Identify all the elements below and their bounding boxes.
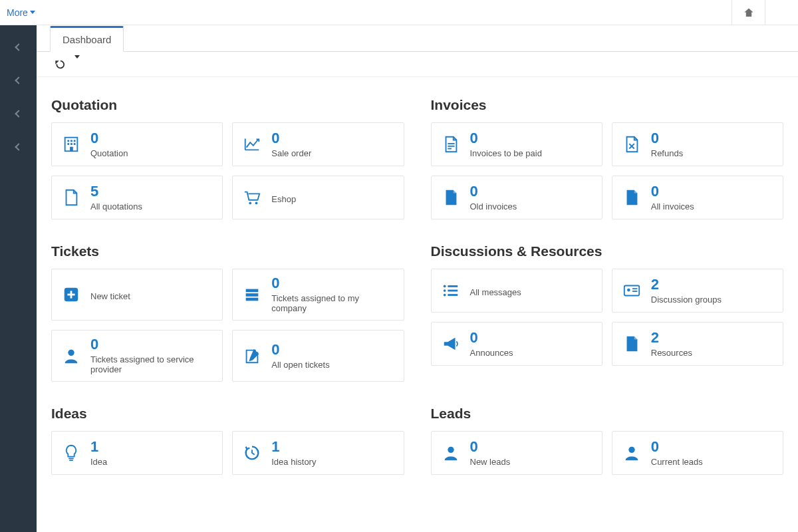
card-body: 0Invoices to be paid	[470, 131, 542, 158]
user-icon	[441, 443, 461, 463]
card-label: Tickets assigned to my company	[271, 293, 394, 313]
card-body: 2Discussion groups	[651, 277, 722, 305]
card-body: 0Old invoices	[470, 184, 517, 211]
dashboard: Quotation0Quotation0Sale order5All quota…	[37, 77, 798, 505]
undo-button[interactable]	[53, 59, 65, 70]
card-body: 1Idea history	[271, 440, 316, 467]
sidebar-item-2[interactable]	[0, 70, 37, 90]
plus-icon	[61, 285, 81, 305]
building-icon	[61, 134, 81, 154]
section-invoices: Invoices0Invoices to be paid0Refunds0Old…	[431, 90, 784, 237]
card-tickets-assigned-to-my-company[interactable]: 0Tickets assigned to my company	[232, 269, 404, 321]
card-current-leads[interactable]: 0Current leads	[612, 431, 783, 475]
cards-grid: New ticket0Tickets assigned to my compan…	[51, 269, 404, 382]
chevron-left-icon	[15, 110, 22, 117]
card-value: 0	[651, 440, 703, 454]
card-all-messages[interactable]: All messages	[431, 269, 602, 313]
card-value: 0	[470, 131, 542, 146]
home-button[interactable]	[732, 0, 765, 25]
card-body: 0All invoices	[651, 184, 694, 211]
section-title: Discussions & Resources	[431, 243, 784, 259]
card-sale-order[interactable]: 0Sale order	[232, 122, 404, 166]
card-resources[interactable]: 2Resources	[612, 322, 783, 366]
chevron-left-icon	[15, 76, 22, 84]
card-discussion-groups[interactable]: 2Discussion groups	[612, 269, 783, 313]
card-body: All messages	[470, 285, 521, 297]
card-body: 0New leads	[470, 440, 511, 467]
card-idea[interactable]: 1Idea	[51, 431, 223, 475]
card-body: 1Idea	[90, 440, 107, 467]
card-body: New ticket	[90, 289, 130, 301]
card-value: 1	[90, 440, 107, 454]
card-all-open-tickets[interactable]: 0All open tickets	[232, 330, 404, 382]
card-label: All open tickets	[271, 360, 329, 370]
card-new-ticket[interactable]: New ticket	[51, 269, 223, 321]
card-refunds[interactable]: 0Refunds	[612, 122, 783, 166]
card-label: Quotation	[90, 148, 128, 158]
card-new-leads[interactable]: 0New leads	[431, 431, 602, 475]
excel-icon	[622, 134, 642, 154]
card-icon	[622, 281, 642, 301]
card-announces[interactable]: 0Announces	[431, 322, 602, 366]
card-old-invoices[interactable]: 0Old invoices	[431, 176, 602, 219]
topbar: More	[0, 0, 798, 25]
card-value: 0	[470, 184, 517, 199]
card-body: 0Announces	[470, 331, 513, 358]
sidebar-item-3[interactable]	[0, 104, 37, 124]
card-label: Refunds	[651, 148, 683, 158]
sidebar-item-1[interactable]	[0, 37, 37, 57]
card-label: New leads	[470, 457, 511, 467]
bulb-icon	[61, 443, 81, 463]
card-label: Resources	[651, 348, 692, 358]
user-icon	[622, 443, 642, 463]
card-tickets-assigned-to-service-provider[interactable]: 0Tickets assigned to service provider	[51, 330, 223, 382]
card-label: Idea history	[271, 457, 316, 467]
cards-grid: 0Invoices to be paid0Refunds0Old invoice…	[431, 122, 784, 219]
section-title: Quotation	[51, 97, 404, 113]
main: Dashboard Quotation0Quotation0Sale order…	[37, 25, 798, 532]
card-body: 5All quotations	[90, 184, 142, 211]
section-tickets: TicketsNew ticket0Tickets assigned to my…	[51, 237, 404, 399]
card-quotation[interactable]: 0Quotation	[51, 122, 223, 166]
card-label: Sale order	[271, 148, 311, 158]
section-ideas: Ideas1Idea1Idea history	[51, 399, 404, 492]
card-body: 0Tickets assigned to my company	[271, 276, 394, 313]
card-label: Current leads	[651, 457, 703, 467]
card-body: Eshop	[271, 192, 296, 204]
card-eshop[interactable]: Eshop	[232, 176, 404, 219]
card-label: Invoices to be paid	[470, 148, 542, 158]
more-menu[interactable]: More	[3, 7, 39, 18]
section-discussions: Discussions & ResourcesAll messages2Disc…	[431, 237, 784, 399]
section-quotation: Quotation0Quotation0Sale order5All quota…	[51, 90, 404, 237]
user-icon	[61, 346, 81, 366]
card-label: Eshop	[271, 194, 296, 204]
list-icon	[441, 281, 461, 301]
card-all-quotations[interactable]: 5All quotations	[51, 176, 223, 219]
chart-icon	[242, 134, 262, 154]
more-label: More	[7, 7, 28, 18]
chevron-left-icon	[15, 43, 22, 51]
cart-icon	[242, 188, 262, 207]
card-label: Tickets assigned to service provider	[90, 354, 213, 374]
card-all-invoices[interactable]: 0All invoices	[612, 176, 783, 219]
actionbar	[37, 52, 798, 77]
section-leads: Leads0New leads0Current leads	[431, 399, 784, 492]
card-label: Announces	[470, 348, 513, 358]
caret-down-icon	[74, 55, 80, 70]
card-value: 0	[271, 131, 311, 146]
tab-dashboard[interactable]: Dashboard	[50, 26, 124, 52]
actions-dropdown[interactable]	[74, 59, 80, 70]
chevron-left-icon	[15, 143, 22, 150]
card-body: 2Resources	[651, 331, 692, 358]
server-icon	[242, 285, 262, 305]
caret-down-icon	[30, 11, 35, 14]
sidebar-item-4[interactable]	[0, 137, 37, 157]
card-body: 0All open tickets	[271, 342, 329, 370]
section-title: Ideas	[51, 406, 404, 422]
card-value: 0	[90, 337, 213, 352]
filesolid-icon	[622, 188, 642, 207]
card-idea-history[interactable]: 1Idea history	[232, 431, 404, 475]
card-invoices-to-be-paid[interactable]: 0Invoices to be paid	[431, 122, 602, 166]
card-body: 0Tickets assigned to service provider	[90, 337, 213, 374]
top-right-button[interactable]	[765, 0, 798, 25]
